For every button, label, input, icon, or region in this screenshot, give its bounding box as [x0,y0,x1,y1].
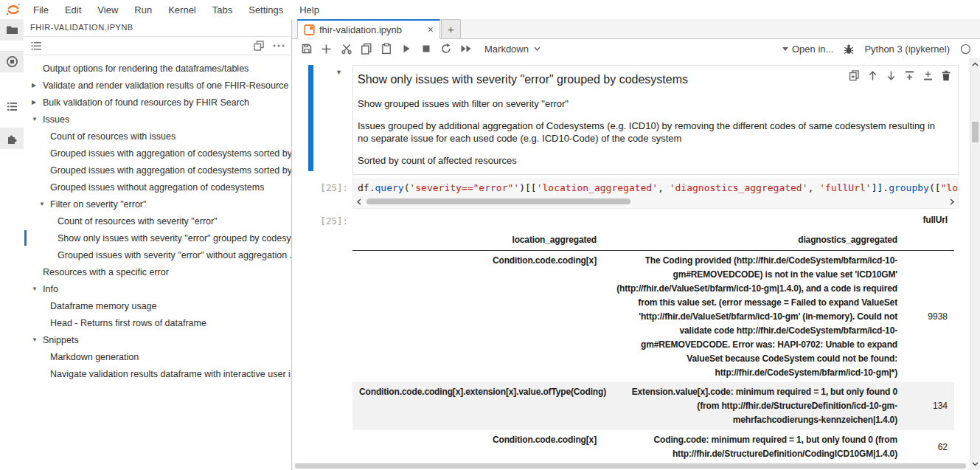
add-cell-button[interactable] [316,44,336,55]
menu-kernel[interactable]: Kernel [160,1,204,19]
main-area: fhir-validation.ipynb × + [292,19,980,470]
toc-item[interactable]: Navigate validation results dataframe wi… [24,365,291,382]
code-editor[interactable]: df.query('severity=="error"')[['location… [352,179,959,209]
restart-run-all-button[interactable] [456,44,476,54]
toc-item[interactable]: Show only issues with severity "error" g… [24,229,291,246]
toc-expanded-arrow-icon[interactable]: ▼ [32,286,43,292]
cell-collapser-icon[interactable]: ▼ [336,69,342,76]
move-cell-up-icon[interactable] [867,70,878,81]
vertical-scrollbar-thumb[interactable] [972,122,979,142]
location-cell: Condition.code.coding[x].extension[x].va… [352,382,603,430]
toc-item[interactable]: ▶Bulk validation of found resources by F… [24,94,291,111]
menu-run[interactable]: Run [126,1,160,19]
insert-cell-below-icon[interactable] [922,70,934,81]
toc-item[interactable]: Resources with a specific error [24,263,291,280]
sidebar-tab-table-of-contents[interactable] [0,96,24,117]
value-column-header: fullUrl [904,210,954,230]
menu-edit[interactable]: Edit [57,1,89,19]
toc-collapsed-arrow-icon[interactable]: ▶ [32,82,43,89]
delete-cell-icon[interactable] [941,70,951,81]
sidebar-tab-running-kernels[interactable] [0,51,24,72]
horizontal-scrollbar-thumb[interactable] [295,463,966,469]
scroll-up-icon[interactable] [972,62,979,66]
editor-scrollbar-thumb[interactable] [366,198,630,204]
toc-item[interactable]: Grouped issues with aggregation of codes… [24,145,291,162]
diagnostics-cell: Coding.code: minimum required = 1, but o… [603,430,904,463]
paste-cells-button[interactable] [376,43,396,55]
toc-item-label: Info [43,284,58,294]
cut-cells-button[interactable] [336,43,356,55]
debugger-bug-icon[interactable] [844,44,854,55]
toc-panel-toolbar [24,37,291,55]
toc-item[interactable]: Count of resources with severity "error" [24,212,291,229]
toc-item[interactable]: ▼Filter on severity "error" [24,196,291,212]
active-cell-indicator-bar[interactable] [308,65,313,171]
menu-tabs[interactable]: Tabs [204,1,240,19]
toc-item[interactable]: Grouped issues without aggregation of co… [24,179,291,196]
toc-item[interactable]: Grouped issues with severity "error" wit… [24,246,291,263]
toc-item[interactable]: ▼Issues [24,111,291,128]
toc-item[interactable]: Markdown generation [24,348,291,365]
new-launcher-button[interactable]: + [441,19,461,39]
toc-expanded-arrow-icon[interactable]: ▼ [39,201,50,207]
dataframe-header: fullUrl location_aggregated diagnostics_… [352,210,954,250]
copy-cells-button[interactable] [356,43,376,55]
menu-view[interactable]: View [89,1,126,19]
kernel-status-icon[interactable] [960,44,971,55]
toc-item[interactable]: Output options for rendering the datafra… [24,60,291,77]
scroll-right-icon[interactable] [949,198,955,205]
input-prompt: [25]: [292,182,348,193]
run-cell-button[interactable] [396,44,416,54]
restart-kernel-button[interactable] [436,43,456,55]
toc-item[interactable]: Count of resources with issues [24,128,291,145]
sidebar-tab-extensions[interactable] [0,128,24,149]
toolbar-right-group: Open in... Python 3 (ipykernel) [782,44,976,55]
notebook-tab-title: fhir-validation.ipynb [319,24,402,35]
toc-item[interactable]: ▶Validate and render validation results … [24,77,291,94]
toc-collapsed-arrow-icon[interactable]: ▶ [32,99,43,106]
insert-cell-above-icon[interactable] [904,70,915,81]
toc-item[interactable]: ▼Snippets [24,331,291,348]
toc-expanded-arrow-icon[interactable]: ▼ [32,336,43,343]
open-in-dropdown[interactable]: Open in... [782,44,833,55]
duplicate-cell-icon[interactable] [849,70,860,81]
editor-horizontal-scrollbar [355,196,956,207]
interrupt-kernel-button[interactable] [416,44,436,53]
toc-item[interactable]: Grouped issues with aggregation of codes… [24,162,291,179]
location-cell: Condition.code.coding[x] [352,430,603,463]
toc-selected-indicator [24,230,27,246]
move-cell-down-icon[interactable] [886,70,897,81]
index-column-header: location_aggregated [352,230,603,250]
code-token-variable: df [358,182,369,193]
table-row: Condition.code.coding[x].extension[x].va… [352,382,954,430]
count-cell: 62 [904,430,954,463]
toc-item[interactable]: Dataframe memory usage [24,297,291,314]
menu-help[interactable]: Help [291,1,327,19]
table-of-contents-icon [6,101,18,112]
toc-item-label: Grouped issues with aggregation of codes… [50,165,291,176]
more-options-icon[interactable] [273,44,285,47]
menu-settings[interactable]: Settings [240,1,291,19]
index-column-header: diagnostics_aggregated [603,230,904,250]
diagnostics-cell: Extension.value[x].code: minimum require… [603,382,904,430]
collapse-all-icon[interactable] [254,41,264,51]
close-tab-icon[interactable]: × [428,24,434,35]
code-token-string: 'diagnostics_aggregated' [670,182,808,193]
notebook-tab[interactable]: fhir-validation.ipynb × [297,19,440,39]
dataframe-table: fullUrl location_aggregated diagnostics_… [352,210,954,463]
toc-item[interactable]: ▼Info [24,280,291,297]
scroll-left-icon[interactable] [356,198,362,205]
cell-type-dropdown[interactable]: Markdown [484,44,541,55]
copy-icon [361,43,372,55]
markdown-cell[interactable]: Show only issues with severity "error" g… [352,65,959,175]
sidebar-tab-file-browser[interactable] [0,19,24,41]
save-button[interactable] [296,43,316,55]
toc-item[interactable]: Head - Returns first rows of dataframe [24,314,291,331]
toc-panel-title: FHIR-VALIDATION.IPYNB [24,19,291,37]
menu-file[interactable]: File [25,1,57,19]
jupyterlab-window: { "menu": {"items": ["File", "Edit", "Vi… [0,0,980,470]
toc-numbered-list-icon[interactable] [31,41,42,51]
scroll-down-icon[interactable] [972,462,979,466]
kernel-name[interactable]: Python 3 (ipykernel) [864,44,950,55]
toc-expanded-arrow-icon[interactable]: ▼ [32,116,43,122]
